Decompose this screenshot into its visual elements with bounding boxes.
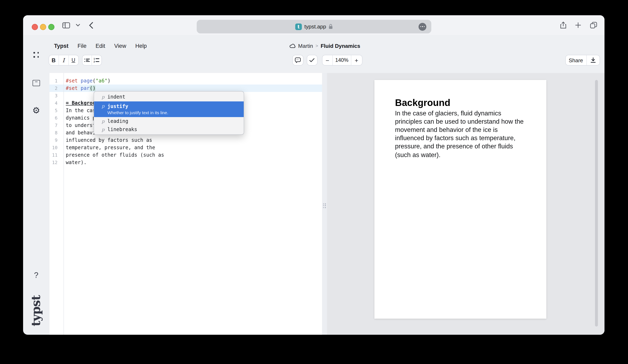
code-token: influenced by factors such as (66, 137, 152, 143)
zoom-out-label: − (325, 57, 329, 64)
menu-typst[interactable]: Typst (54, 43, 69, 49)
code-token (78, 85, 80, 91)
underline-button[interactable]: U (68, 55, 78, 65)
cloud-icon (290, 44, 296, 48)
bold-label: B (52, 57, 56, 63)
apps-menu-button[interactable] (23, 51, 49, 59)
menu-view[interactable]: View (114, 43, 126, 49)
code-token: #set (66, 78, 78, 84)
app-header: Typst File Edit View Help Martin > Fluid… (23, 35, 605, 73)
share-export-icon (560, 21, 566, 29)
sidebar-dropdown-button[interactable] (76, 15, 80, 35)
share-button[interactable]: Share (565, 55, 586, 65)
line-number: 9 (49, 137, 58, 144)
comment-icon (294, 57, 301, 63)
apps-grid-icon (33, 52, 39, 58)
page-body-line: movement and behavior of the ice is (395, 126, 525, 134)
underline-label: U (72, 57, 75, 63)
breadcrumb-account[interactable]: Martin (298, 43, 313, 49)
line-number: 7 (49, 122, 58, 130)
editor-toolbar: B I U (23, 55, 605, 66)
page-body-line: In the case of glaciers, fluid dynamics (395, 109, 525, 117)
check-icon (309, 58, 314, 62)
zoom-level[interactable]: 140% (332, 55, 351, 65)
lock-icon (329, 24, 333, 29)
code-line[interactable]: 9influenced by factors such as (49, 137, 322, 144)
preview-scrollbar[interactable] (595, 80, 598, 326)
menu-file[interactable]: File (78, 43, 86, 49)
browser-window: t typst.app (23, 15, 605, 335)
numbered-list-icon: 1 2 (94, 58, 100, 63)
bold-button[interactable]: B (49, 55, 58, 65)
code-token: temperature, pressure, and the (66, 145, 155, 150)
sidebar-toggle-icon (62, 22, 70, 28)
drag-handle-icon (323, 203, 326, 208)
share-page-button[interactable] (560, 15, 566, 35)
autocomplete-item-linebreaks[interactable]: plinebreaks (94, 125, 243, 134)
line-number: 8 (49, 130, 58, 137)
gutter-separator (63, 73, 64, 335)
traffic-minimize-button[interactable] (40, 24, 46, 30)
rendered-page: Background In the case of glaciers, flui… (374, 80, 546, 319)
page-heading: Background (395, 97, 525, 108)
autocomplete-item-indent[interactable]: pindent (94, 92, 243, 101)
code-editor[interactable]: 1#set page("a6")2#set par()34= Backgroun… (49, 73, 322, 335)
code-token: page (80, 78, 92, 84)
code-token: ( (92, 78, 95, 84)
back-icon (89, 22, 93, 29)
breadcrumb: Martin > Fluid Dynamics (290, 41, 360, 51)
zoom-in-button[interactable]: + (351, 55, 362, 65)
share-label: Share (569, 57, 583, 63)
line-number: 6 (49, 115, 58, 122)
parameter-icon: p (102, 94, 107, 100)
code-token: ) (92, 85, 95, 91)
back-button[interactable] (89, 15, 93, 35)
autocomplete-label: leading (107, 118, 128, 124)
chevron-down-icon (76, 24, 80, 26)
code-line[interactable]: 10temperature, pressure, and the (49, 144, 322, 151)
numbered-list-button[interactable]: 1 2 (91, 55, 101, 65)
line-number: 3 (49, 92, 58, 100)
pane-divider[interactable] (322, 73, 327, 335)
svg-text:2: 2 (94, 60, 95, 63)
autocomplete-item-justify[interactable]: pjustifyWhether to justify text in its l… (94, 101, 243, 117)
autocomplete-label: indent (107, 94, 125, 100)
address-bar[interactable]: t typst.app (197, 20, 431, 33)
zoom-out-button[interactable]: − (322, 55, 332, 65)
new-tab-button[interactable] (575, 15, 581, 35)
tab-overview-button[interactable] (590, 15, 597, 35)
comments-button[interactable] (293, 55, 303, 65)
code-line[interactable]: 1#set page("a6") (49, 77, 322, 84)
preview-pane: Background In the case of glaciers, flui… (327, 73, 605, 335)
page-body: In the case of glaciers, fluid dynamicsp… (395, 109, 525, 159)
breadcrumb-separator: > (315, 43, 318, 48)
italic-button[interactable]: I (58, 55, 68, 65)
content-area: 1#set page("a6")2#set par()34= Backgroun… (23, 73, 605, 335)
spellcheck-button[interactable] (307, 55, 317, 65)
download-button[interactable] (586, 55, 599, 65)
line-number: 10 (49, 144, 58, 152)
sidebar-toggle-button[interactable] (62, 15, 70, 35)
browser-toolbar: t typst.app (23, 15, 605, 35)
menu-help[interactable]: Help (135, 43, 147, 49)
bullet-list-button[interactable] (82, 55, 91, 65)
page-menu-button[interactable] (418, 23, 426, 30)
menu-edit[interactable]: Edit (96, 43, 105, 49)
code-line[interactable]: 11presence of other fluids (such as (49, 151, 322, 159)
autocomplete-dropdown: pindentpjustifyWhether to justify text i… (93, 91, 244, 135)
code-line[interactable]: 2#set par() (49, 84, 322, 92)
parameter-icon: p (102, 127, 107, 132)
code-token: presence of other fluids (such as (66, 152, 164, 158)
traffic-close-button[interactable] (32, 24, 38, 30)
page-body-line: influenced by factors such as temperatur… (395, 134, 525, 142)
line-number: 4 (49, 100, 58, 107)
code-token: "a6" (96, 78, 108, 84)
screen: t typst.app (0, 0, 628, 364)
code-line[interactable]: 12water). (49, 159, 322, 166)
breadcrumb-project: Fluid Dynamics (320, 43, 360, 49)
bullet-list-icon (84, 58, 90, 63)
line-number: 2 (49, 85, 58, 92)
traffic-zoom-button[interactable] (48, 24, 54, 30)
autocomplete-item-leading[interactable]: pleading (94, 117, 243, 125)
code-token: #set (66, 85, 78, 91)
